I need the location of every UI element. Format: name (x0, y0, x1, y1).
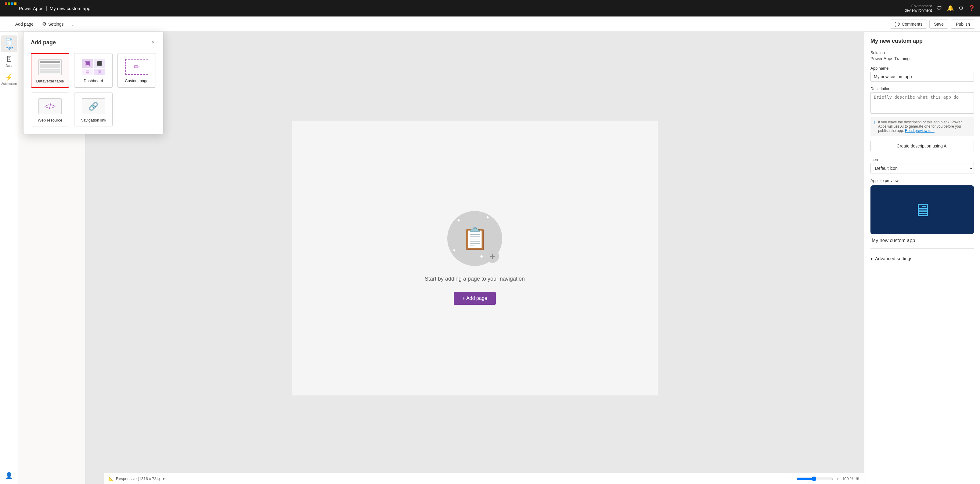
tile-app-name: My new custom app (870, 234, 974, 249)
chevron-down-icon[interactable]: ▾ (162, 476, 165, 481)
create-ai-label: Create description using AI (897, 144, 948, 149)
save-label: Save (934, 22, 944, 27)
settings-label: Settings (48, 22, 64, 27)
canvas-inner: 📋 ✦ ✦ ✦ ✦ ＋ Start by adding a page to yo… (292, 121, 658, 395)
tile-app-icon: 🖥 (913, 200, 931, 220)
settings-button[interactable]: ⚙ Settings (38, 19, 67, 29)
right-panel-title: My new custom app (870, 38, 974, 44)
zoom-value: 100 % (842, 476, 853, 481)
canvas-placeholder: 📋 ✦ ✦ ✦ ✦ ＋ (447, 211, 502, 266)
topbar-separator: | (46, 5, 47, 11)
close-icon: × (151, 39, 155, 45)
info-icon: ℹ (874, 120, 876, 133)
sidebar-data-label: Data (6, 64, 12, 67)
zoom-control: － ＋ 100 % ⊞ (790, 476, 859, 482)
modal-close-button[interactable]: × (150, 38, 156, 47)
automation-icon: ⚡ (5, 73, 13, 81)
canvas-plus-icon: ＋ (486, 249, 499, 263)
zoom-plus[interactable]: ＋ (836, 476, 840, 482)
modal-page-types-row2: </> Web resource 🔗 Navigation link (31, 93, 156, 126)
dataverse-table-label: Dataverse table (36, 79, 64, 83)
canvas-empty-text: Start by adding a page to your navigatio… (425, 276, 525, 282)
environment-label: Environment (912, 4, 932, 8)
comment-icon: 💬 (894, 22, 900, 27)
page-type-dataverse-table[interactable]: Dataverse table (31, 53, 69, 88)
modal-empty-cell (118, 93, 156, 126)
gear-icon[interactable]: ⚙ (959, 5, 964, 11)
solution-value: Power Apps Training (870, 56, 974, 61)
power-apps-label: Power Apps (19, 6, 43, 11)
read-preview-link[interactable]: Read preview te... (905, 129, 935, 133)
topbar-app-name: My new custom app (50, 6, 90, 11)
person-icon: 👤 (5, 472, 13, 479)
zoom-minus[interactable]: － (790, 476, 794, 482)
sidebar-icons: 📄 Pages 🗄 Data ⚡ Automation 👤 (0, 32, 18, 484)
page-type-web-resource[interactable]: </> Web resource (31, 93, 69, 126)
navigation-link-icon: 🔗 (81, 98, 105, 115)
right-panel: My new custom app Solution Power Apps Tr… (864, 32, 980, 484)
tile-preview-label: App tile preview (870, 178, 974, 183)
spark-icon-2: ✦ (485, 214, 490, 221)
topbar: Power Apps | My new custom app Environme… (0, 0, 980, 16)
responsive-label: Responsive (1316 x 784) (116, 476, 160, 481)
app-name-input[interactable] (870, 72, 974, 81)
spark-icon-4: ✦ (479, 253, 484, 260)
more-button[interactable]: ... (68, 20, 80, 29)
pages-stack-icon: 📋 (461, 226, 488, 251)
settings-icon: ⚙ (42, 21, 46, 27)
sidebar-item-person[interactable]: 👤 (1, 470, 17, 484)
zoom-fit-icon[interactable]: ⊞ (856, 476, 859, 481)
add-page-label: Add page (15, 22, 33, 27)
icon-select[interactable]: Default icon (870, 163, 974, 173)
publish-button[interactable]: Publish (951, 19, 975, 29)
navigation-link-label: Navigation link (81, 118, 107, 123)
ai-info-box: ℹ If you leave the description of this a… (870, 117, 974, 136)
sidebar-item-data[interactable]: 🗄 Data (1, 53, 17, 70)
canvas-area: 📋 ✦ ✦ ✦ ✦ ＋ Start by adding a page to yo… (86, 32, 864, 484)
add-page-button[interactable]: ＋ Add page (5, 19, 37, 29)
environment-display: Environment dev environment (905, 4, 932, 13)
advanced-settings-toggle[interactable]: ▾ Advanced settings (870, 254, 974, 264)
dashboard-icon: ▣ ⬛ ▤ ⊞ (81, 58, 105, 75)
topbar-right: Environment dev environment 🛡 🔔 ⚙ ❓ (905, 4, 975, 13)
dataverse-table-icon (38, 59, 62, 76)
zoom-slider[interactable] (797, 476, 833, 481)
save-button[interactable]: Save (929, 19, 948, 29)
ms-grid-icon (5, 2, 16, 14)
advanced-settings-label: Advanced settings (875, 256, 913, 261)
description-label: Description (870, 86, 974, 91)
shield-icon[interactable]: 🛡 (937, 5, 942, 11)
bell-icon[interactable]: 🔔 (947, 5, 954, 11)
comments-button[interactable]: 💬 Comments (890, 19, 927, 29)
status-bar: 📐 Responsive (1316 x 784) ▾ － ＋ 100 % ⊞ (104, 473, 864, 484)
sidebar-automation-label: Automation (1, 82, 17, 86)
description-input[interactable] (870, 92, 974, 113)
sidebar-item-pages[interactable]: 📄 Pages (1, 35, 17, 52)
ms-logo: Power Apps | My new custom app (5, 2, 90, 14)
help-icon[interactable]: ❓ (969, 5, 975, 11)
canvas-add-page-button[interactable]: + Add page (454, 292, 495, 305)
create-ai-button[interactable]: Create description using AI (870, 141, 974, 151)
chevron-down-icon: ▾ (870, 256, 873, 261)
web-resource-icon: </> (38, 98, 62, 115)
environment-name: dev environment (905, 8, 932, 13)
more-label: ... (72, 22, 76, 27)
page-type-navigation-link[interactable]: 🔗 Navigation link (74, 93, 113, 126)
spark-icon-1: ✦ (457, 217, 461, 224)
web-resource-label: Web resource (38, 118, 62, 123)
modal-title: Add page (31, 39, 56, 46)
sidebar-pages-label: Pages (5, 46, 13, 50)
dashboard-label: Dashboard (84, 78, 103, 83)
sidebar-item-automation[interactable]: ⚡ Automation (1, 71, 17, 88)
modal-header: Add page × (31, 38, 156, 47)
modal-page-types-row1: Dataverse table ▣ ⬛ ▤ ⊞ Dashboard ✏ Cust… (31, 53, 156, 88)
custom-page-label: Custom page (125, 78, 148, 83)
page-type-dashboard[interactable]: ▣ ⬛ ▤ ⊞ Dashboard (74, 53, 113, 88)
main-toolbar: ＋ Add page ⚙ Settings ... 💬 Comments Sav… (0, 16, 980, 32)
canvas-add-page-label: + Add page (462, 296, 487, 301)
solution-label: Solution (870, 50, 974, 55)
page-type-custom-page[interactable]: ✏ Custom page (118, 53, 156, 88)
plus-icon: ＋ (8, 21, 13, 27)
app-name-label: App name (870, 66, 974, 70)
toolbar-right: 💬 Comments Save Publish (890, 19, 975, 29)
